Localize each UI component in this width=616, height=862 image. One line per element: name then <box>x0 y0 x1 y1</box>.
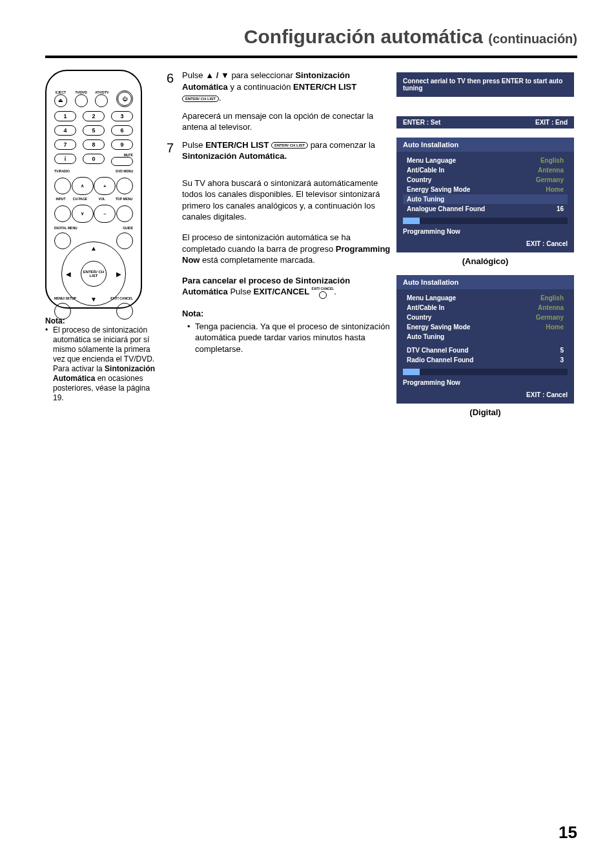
nota-header: Nota: <box>182 308 391 320</box>
panel-row-autotuning: Auto Tuning <box>403 332 568 342</box>
num-4: 4 <box>54 125 76 136</box>
enter-chlist-icon: ENTER/ CH LIST <box>182 96 219 102</box>
down-arrow-icon: ▼ <box>221 70 229 80</box>
step7-p1: Su TV ahora buscará o sintonizará automá… <box>182 178 391 223</box>
num-8: 8 <box>83 139 105 150</box>
panel-row: Menu LanguageEnglish <box>403 156 568 165</box>
exit-cancel-label: EXIT : Cancel <box>396 239 574 251</box>
step-number: 7 <box>167 139 174 157</box>
panel-row: CountryGermany <box>403 313 568 322</box>
title-sub: (continuación) <box>488 32 577 46</box>
topmenu-button <box>116 205 133 222</box>
step-7: 7 Pulse ENTER/CH LIST ENTER/ CH LIST par… <box>167 139 391 355</box>
title-main: Configuración automática <box>244 26 483 47</box>
panel-row: CountryGermany <box>403 175 568 185</box>
up-arrow-icon: ▲ <box>205 70 214 80</box>
mute-button <box>111 157 133 166</box>
exit-cancel-label: EXIT : Cancel <box>396 390 574 402</box>
dvdmenu-button <box>116 178 133 194</box>
left-note: Nota: El proceso de sintonización automá… <box>45 316 161 403</box>
panel-row-found: Radio Channel Found3 <box>403 355 568 365</box>
num-0: 0 <box>83 154 105 164</box>
num-5: 5 <box>83 125 105 136</box>
exit-cancel-icon: EXIT/ CANCEL <box>312 286 334 299</box>
input-button <box>54 205 71 222</box>
step6-para: Aparecerá un mensaje con la opción de co… <box>182 110 391 133</box>
osd-message: Connect aerial to TV then press ENTER to… <box>396 72 574 97</box>
guide-button <box>116 232 133 249</box>
progress-bar <box>403 218 568 224</box>
panel-title: Auto Installation <box>396 275 574 289</box>
left-arrow-icon: ◀ <box>66 271 71 278</box>
dpad-ring: ▲ ▼ ◀ ▶ ENTER/ CH LIST <box>61 241 126 306</box>
up-arrow-icon: ▲ <box>90 245 97 252</box>
right-arrow-icon: ▶ <box>116 271 121 278</box>
note-body: El proceso de sintonización automática s… <box>45 325 161 403</box>
menusetup-button <box>54 303 71 320</box>
panel-row: Menu LanguageEnglish <box>403 293 568 303</box>
osd-footer: ENTER : Set EXIT : End <box>396 116 574 128</box>
panel-title: Auto Installation <box>396 138 574 152</box>
step-number: 6 <box>167 70 174 87</box>
atvdtv-button <box>95 94 108 107</box>
nota-body: Tenga paciencia. Ya que el proceso de si… <box>182 321 391 355</box>
page-number: 15 <box>559 823 577 843</box>
caption-digital: (Digital) <box>396 407 574 417</box>
down-arrow-icon: ▼ <box>90 296 97 303</box>
digitalmenu-button <box>54 232 71 249</box>
programming-now: Programming Now <box>396 376 574 390</box>
exitcancel-button <box>116 303 133 320</box>
step7-p2: El proceso de sintonización automática s… <box>182 232 391 266</box>
power-button: ⏻ <box>116 90 133 107</box>
enter-button: ENTER/ CH LIST <box>81 261 107 287</box>
vol-up: + <box>94 177 116 195</box>
panel-row-autotuning: Auto Tuning <box>403 194 568 204</box>
ch-down: ∨ <box>72 205 94 223</box>
num-3: 3 <box>111 111 133 121</box>
num-2: 2 <box>83 111 105 121</box>
progress-fill <box>403 369 420 375</box>
panel-row: Ant/Cable InAntenna <box>403 165 568 175</box>
auto-install-panel-analogue: Auto Installation Menu LanguageEnglish A… <box>396 138 574 252</box>
progress-bar <box>403 369 568 375</box>
title-rule <box>45 56 577 58</box>
num-7: 7 <box>54 139 76 150</box>
panel-row-found: Analogue Channel Found16 <box>403 204 568 214</box>
panel-row: Energy Saving ModeHome <box>403 322 568 332</box>
eject-button: ⏏ <box>54 94 67 107</box>
osd-enter-set: ENTER : Set <box>403 119 440 126</box>
progress-fill <box>403 218 420 224</box>
tvradio-button <box>54 178 71 194</box>
caption-analogue: (Analógico) <box>396 256 574 266</box>
tvdvd-button <box>75 94 88 107</box>
panel-row: Energy Saving ModeHome <box>403 185 568 194</box>
cancel-instruction: Para cancelar el proceso de Sintonizació… <box>182 275 391 300</box>
auto-install-panel-digital: Auto Installation Menu LanguageEnglish A… <box>396 275 574 404</box>
enter-chlist-icon: ENTER/ CH LIST <box>271 142 308 149</box>
page-title: Configuración automática (continuación) <box>0 0 616 53</box>
step-6: 6 Pulse ▲ / ▼ para seleccionar Sintoniza… <box>167 70 391 133</box>
panel-row: Ant/Cable InAntenna <box>403 303 568 313</box>
osd-connect-aerial: Connect aerial to TV then press ENTER to… <box>396 72 574 97</box>
remote-illustration: EJECT ⏏ TV/DVD ATV/DTV ⏻ 1 2 3 4 <box>45 70 142 309</box>
info-button: i <box>54 154 76 164</box>
num-1: 1 <box>54 111 76 121</box>
vol-down: − <box>94 205 116 223</box>
num-9: 9 <box>111 139 133 150</box>
programming-now: Programming Now <box>396 225 574 239</box>
panel-row-found: DTV Channel Found5 <box>403 345 568 355</box>
num-6: 6 <box>111 125 133 136</box>
osd-exit-end: EXIT : End <box>535 119 568 126</box>
ch-up: ∧ <box>72 177 94 195</box>
